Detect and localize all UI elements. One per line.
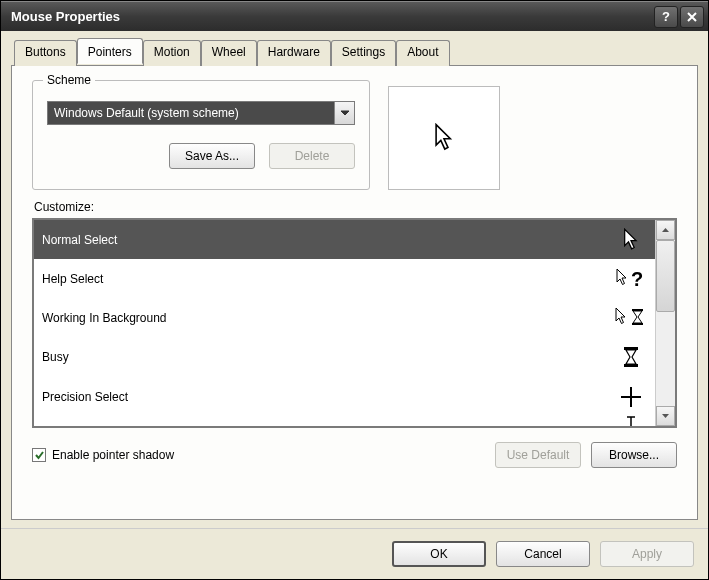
list-item-normal-select[interactable]: Normal Select	[34, 220, 655, 259]
mouse-properties-window: Mouse Properties ? Buttons Pointers Moti…	[0, 0, 709, 580]
close-icon	[686, 11, 698, 23]
pointer-preview	[388, 86, 500, 190]
arrow-hourglass-icon	[615, 307, 647, 329]
tab-wheel[interactable]: Wheel	[201, 40, 257, 66]
arrow-cursor-icon	[615, 228, 647, 252]
titlebar: Mouse Properties ?	[1, 1, 708, 31]
ok-button[interactable]: OK	[392, 541, 486, 567]
tab-about[interactable]: About	[396, 40, 449, 66]
tabs-row: Buttons Pointers Motion Wheel Hardware S…	[11, 40, 698, 66]
customize-label: Customize:	[34, 200, 677, 214]
chevron-down-icon	[340, 110, 350, 116]
list-item-label: Precision Select	[42, 390, 615, 404]
tab-motion[interactable]: Motion	[143, 40, 201, 66]
arrow-help-icon: ?	[615, 268, 647, 290]
scheme-dropdown[interactable]: Windows Default (system scheme)	[47, 101, 355, 125]
list-item-label: Working In Background	[42, 311, 615, 325]
chevron-down-icon	[661, 413, 670, 419]
list-item-busy[interactable]: Busy	[34, 338, 655, 377]
ibeam-icon	[615, 416, 647, 426]
list-item-partial[interactable]	[34, 416, 655, 426]
help-button[interactable]: ?	[654, 6, 678, 28]
tab-pointers[interactable]: Pointers	[77, 38, 143, 64]
scheme-legend: Scheme	[43, 73, 95, 87]
arrow-cursor-icon	[432, 123, 456, 153]
tab-hardware[interactable]: Hardware	[257, 40, 331, 66]
scheme-selected: Windows Default (system scheme)	[48, 106, 334, 120]
save-as-button[interactable]: Save As...	[169, 143, 255, 169]
scrollbar[interactable]	[655, 220, 675, 426]
checkmark-icon	[34, 450, 45, 461]
cancel-button[interactable]: Cancel	[496, 541, 590, 567]
tab-settings[interactable]: Settings	[331, 40, 396, 66]
dropdown-button[interactable]	[334, 102, 354, 124]
pointers-panel: Scheme Windows Default (system scheme) S…	[11, 65, 698, 520]
list-item-help-select[interactable]: Help Select ?	[34, 259, 655, 298]
hourglass-icon	[615, 346, 647, 368]
dialog-footer: OK Cancel Apply	[1, 528, 708, 579]
scroll-up-button[interactable]	[656, 220, 675, 240]
scheme-group: Scheme Windows Default (system scheme) S…	[32, 80, 370, 190]
list-item-label: Normal Select	[42, 233, 615, 247]
list-item-label: Busy	[42, 350, 615, 364]
window-title: Mouse Properties	[11, 9, 654, 24]
apply-button: Apply	[600, 541, 694, 567]
scroll-thumb[interactable]	[656, 240, 675, 312]
scroll-track[interactable]	[656, 240, 675, 406]
scroll-down-button[interactable]	[656, 406, 675, 426]
chevron-up-icon	[661, 227, 670, 233]
list-item-precision-select[interactable]: Precision Select	[34, 377, 655, 416]
browse-button[interactable]: Browse...	[591, 442, 677, 468]
pointer-listbox[interactable]: Normal Select Help Select ?	[32, 218, 677, 428]
enable-pointer-shadow-checkbox[interactable]: Enable pointer shadow	[32, 448, 495, 462]
svg-text:?: ?	[631, 268, 643, 290]
close-button[interactable]	[680, 6, 704, 28]
list-item-working-background[interactable]: Working In Background	[34, 298, 655, 337]
tab-buttons[interactable]: Buttons	[14, 40, 77, 66]
checkbox-box	[32, 448, 46, 462]
use-default-button: Use Default	[495, 442, 581, 468]
list-item-label: Help Select	[42, 272, 615, 286]
crosshair-icon	[615, 386, 647, 408]
delete-button: Delete	[269, 143, 355, 169]
help-icon: ?	[662, 9, 670, 24]
checkbox-label: Enable pointer shadow	[52, 448, 174, 462]
